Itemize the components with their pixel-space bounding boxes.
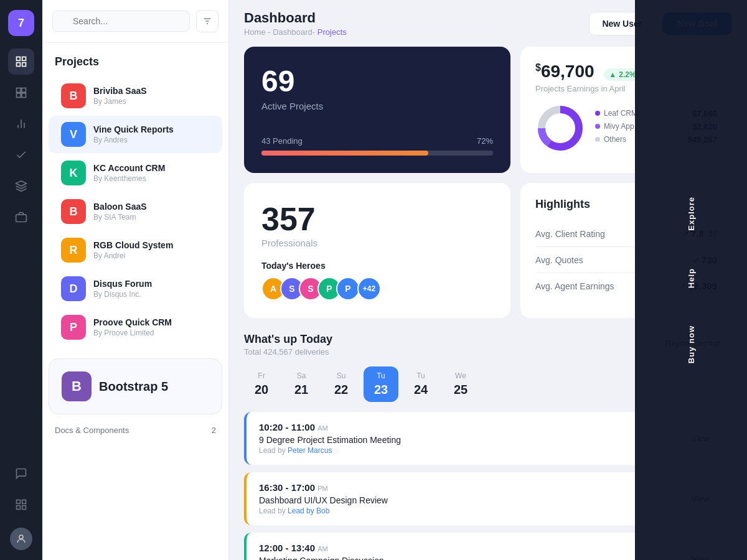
project-logo: R	[61, 238, 86, 263]
project-name: RGB Cloud System	[93, 240, 173, 250]
project-item[interactable]: V Vine Quick Reports By Andres	[49, 116, 222, 153]
day-num: 20	[255, 383, 268, 397]
dollar-sign: $	[535, 62, 541, 73]
svg-rect-4	[17, 88, 21, 93]
calendar-day[interactable]: Su 22	[324, 366, 359, 402]
sidebar-item-chart[interactable]	[8, 111, 34, 137]
day-name: We	[455, 371, 466, 380]
docs-label: Docs & Components	[55, 426, 129, 435]
app-version-badge[interactable]: 7	[8, 10, 34, 36]
sidebar-item-briefcase[interactable]	[8, 204, 34, 230]
sidebar-item-layers[interactable]	[8, 173, 34, 199]
project-logo: B	[61, 83, 86, 108]
earnings-amount: $69,700	[535, 62, 599, 81]
right-panel-tab[interactable]: Explore	[680, 184, 702, 243]
right-panel-tab[interactable]: Help	[680, 256, 702, 301]
project-name: Briviba SaaS	[93, 86, 147, 96]
sidebar-item-comment[interactable]	[8, 460, 34, 487]
project-by: By Keenthemes	[93, 174, 165, 183]
project-by: By Andres	[93, 136, 174, 144]
right-panel-tab[interactable]: Buy now	[680, 313, 702, 376]
svg-rect-16	[17, 506, 21, 510]
day-num: 25	[454, 383, 467, 397]
heroes-section: Today's Heroes ASSPP+42	[261, 261, 493, 301]
project-info: RGB Cloud System By Andrei	[93, 240, 173, 260]
project-item[interactable]: B Baloon SaaS By SIA Team	[49, 193, 222, 230]
professionals-label: Professionals	[261, 238, 493, 248]
progress-label: 43 Pending 72%	[261, 136, 493, 146]
professionals-count: 357	[261, 200, 493, 238]
bootstrap-label: Bootstrap 5	[99, 380, 168, 394]
event-info: 10:20 - 11:00 AM 9 Degree Project Estima…	[259, 422, 401, 455]
day-name: Sa	[297, 371, 306, 380]
svg-rect-13	[17, 500, 21, 504]
search-wrap: 🔍	[52, 11, 191, 32]
sidebar-item-dashboard[interactable]	[8, 49, 34, 75]
project-name: Disqus Forum	[93, 279, 152, 289]
event-time: 16:30 - 17:00 PM	[259, 482, 388, 493]
heroes-title: Today's Heroes	[261, 261, 493, 271]
day-name: Tu	[416, 371, 425, 380]
earnings-value: 69,700	[541, 62, 594, 81]
svg-marker-11	[16, 181, 27, 186]
svg-rect-7	[22, 93, 26, 98]
lead-link[interactable]: Lead by Bob	[288, 506, 329, 515]
svg-rect-6	[17, 93, 21, 98]
day-name: Su	[337, 371, 346, 380]
sidebar-item-check[interactable]	[8, 142, 34, 168]
progress-bar-bg	[261, 151, 493, 156]
project-item[interactable]: K KC Account CRM By Keenthemes	[49, 154, 222, 192]
project-name: Proove Quick CRM	[93, 317, 172, 327]
project-info: Vine Quick Reports By Andres	[93, 124, 174, 144]
svg-rect-14	[22, 500, 26, 504]
project-item[interactable]: B Briviba SaaS By James	[49, 77, 222, 114]
filter-button[interactable]	[196, 10, 218, 32]
sidebar-item-settings[interactable]	[8, 492, 34, 518]
project-info: Briviba SaaS By James	[93, 86, 147, 106]
bootstrap-promo-card[interactable]: B Bootstrap 5	[49, 358, 222, 414]
card-active-projects: 69 Active Projects 43 Pending 72%	[244, 47, 510, 173]
event-lead: Lead by Peter Marcus	[259, 446, 401, 455]
search-input[interactable]	[52, 11, 190, 32]
project-name: Baloon SaaS	[93, 202, 147, 212]
project-logo: P	[61, 315, 86, 340]
highlight-label: Avg. Quotes	[535, 255, 583, 265]
breadcrumb: Home - Dashboard- Projects	[244, 27, 347, 37]
progress-bar-fill	[261, 151, 428, 156]
sidebar-item-grid[interactable]	[8, 80, 34, 106]
calendar-day[interactable]: We 25	[443, 366, 478, 402]
hero-avatar: P	[336, 277, 360, 301]
calendar-day[interactable]: Sa 21	[284, 366, 319, 402]
card-professionals: 357 Professionals Today's Heroes ASSPP+4…	[244, 183, 510, 318]
svg-rect-3	[17, 63, 21, 67]
donut-chart	[535, 103, 585, 153]
calendar-day[interactable]: Fr 20	[244, 366, 279, 402]
project-by: By Disqus Inc.	[93, 290, 152, 299]
active-projects-label: Active Projects	[261, 101, 493, 111]
day-num: 22	[334, 383, 348, 397]
calendar-day[interactable]: Tu 23	[364, 366, 398, 402]
breadcrumb-active: Projects	[317, 27, 347, 37]
project-item[interactable]: P Proove Quick CRM By Proove Limited	[49, 309, 222, 346]
svg-rect-5	[22, 88, 26, 93]
lead-link[interactable]: Peter Marcus	[288, 446, 332, 455]
day-num: 23	[374, 383, 388, 397]
project-info: KC Account CRM By Keenthemes	[93, 163, 165, 183]
sidebar: 7	[0, 0, 42, 560]
project-item[interactable]: D Disqus Forum By Disqus Inc.	[49, 270, 222, 307]
legend-label: Others	[595, 135, 626, 144]
calendar-day[interactable]: Tu 24	[403, 366, 438, 402]
project-item[interactable]: R RGB Cloud System By Andrei	[49, 231, 222, 269]
project-name: Vine Quick Reports	[93, 124, 174, 134]
project-by: By SIA Team	[93, 213, 147, 222]
docs-row[interactable]: Docs & Components 2	[42, 421, 228, 440]
user-avatar[interactable]	[10, 528, 32, 550]
legend-label: Leaf CRM	[595, 109, 637, 118]
day-name: Fr	[258, 371, 265, 380]
legend-label: Mivy App	[595, 122, 634, 131]
event-name: Dashboard UI/UX Design Review	[259, 495, 388, 505]
svg-point-17	[19, 535, 23, 539]
project-by: By Proove Limited	[93, 329, 172, 337]
day-num: 24	[414, 383, 428, 397]
project-info: Proove Quick CRM By Proove Limited	[93, 317, 172, 337]
